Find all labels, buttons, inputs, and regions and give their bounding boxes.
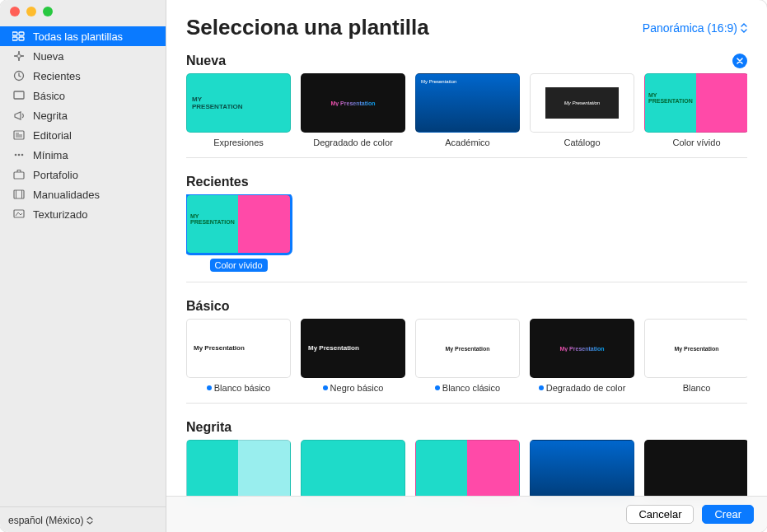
section-title: Básico xyxy=(186,299,229,314)
template-item[interactable]: Expresiones xyxy=(186,73,291,147)
minimize-window-button[interactable] xyxy=(26,7,36,16)
template-label: Degradado de color xyxy=(301,138,405,147)
template-thumbnail xyxy=(415,440,520,499)
template-thumbnail xyxy=(186,319,291,378)
section-básico: BásicoBlanco básicoNegro básicoBlanco cl… xyxy=(186,294,747,404)
dots-icon xyxy=(12,148,26,161)
close-section-button[interactable] xyxy=(732,54,747,68)
svg-rect-1 xyxy=(19,32,24,35)
aspect-ratio-dropdown[interactable]: Panorámica (16:9) xyxy=(643,21,747,35)
section-negrita: Negrita xyxy=(186,415,747,504)
template-label: Negro básico xyxy=(301,383,405,393)
sidebar-item-manualidades[interactable]: Manualidades xyxy=(0,184,166,204)
dynamic-dot-icon xyxy=(323,385,328,390)
sidebar-item-label: Editorial xyxy=(33,129,72,142)
template-thumbnail xyxy=(301,319,405,378)
template-item[interactable] xyxy=(186,440,291,504)
sidebar-item-recientes[interactable]: Recientes xyxy=(0,66,166,86)
template-thumbnail xyxy=(644,440,747,499)
close-window-button[interactable] xyxy=(10,7,20,16)
newspaper-icon xyxy=(12,128,26,142)
sidebar-item-mínima[interactable]: Mínima xyxy=(0,145,166,165)
svg-rect-3 xyxy=(19,37,24,40)
svg-point-12 xyxy=(21,154,24,156)
sidebar-item-básico[interactable]: Básico xyxy=(0,86,166,105)
template-label: Degradado de color xyxy=(530,383,634,393)
section-title: Nueva xyxy=(186,54,226,68)
divider xyxy=(186,282,747,282)
template-item[interactable] xyxy=(530,440,634,504)
template-thumbnail xyxy=(186,194,291,254)
sidebar-item-label: Portafolio xyxy=(33,169,78,181)
svg-point-10 xyxy=(15,154,17,156)
svg-rect-0 xyxy=(12,32,17,35)
template-thumbnail xyxy=(186,73,291,133)
sidebar-item-label: Todas las plantillas xyxy=(33,30,123,43)
section-nueva: NuevaExpresionesDegradado de colorAcadém… xyxy=(186,49,747,158)
svg-rect-5 xyxy=(14,91,24,99)
template-item[interactable]: Negro básico xyxy=(301,319,405,393)
sidebar-item-label: Texturizado xyxy=(33,208,87,221)
sidebar-item-label: Recientes xyxy=(33,70,81,82)
zoom-window-button[interactable] xyxy=(43,7,53,16)
template-label: Blanco clásico xyxy=(415,383,520,393)
sidebar-item-portafolio[interactable]: Portafolio xyxy=(0,165,166,184)
svg-point-11 xyxy=(18,154,21,156)
template-thumbnail xyxy=(301,73,405,133)
grid-icon xyxy=(12,30,26,43)
sidebar-item-editorial[interactable]: Editorial xyxy=(0,125,166,145)
sidebar-item-nueva[interactable]: Nueva xyxy=(0,46,166,66)
sidebar-item-texturizado[interactable]: Texturizado xyxy=(0,204,166,224)
template-item[interactable]: Académico xyxy=(415,73,520,147)
template-item[interactable]: Blanco xyxy=(644,319,747,393)
sidebar: Todas las plantillasNuevaRecientesBásico… xyxy=(0,0,166,532)
updown-icon xyxy=(87,516,93,525)
sidebar-item-todas-las-plantillas[interactable]: Todas las plantillas xyxy=(0,26,166,46)
template-thumbnail xyxy=(301,440,405,499)
template-item[interactable]: Degradado de color xyxy=(301,73,405,147)
sidebar-item-label: Nueva xyxy=(33,50,64,63)
template-item[interactable]: Color vívido xyxy=(644,73,747,147)
template-item[interactable] xyxy=(301,440,405,504)
film-icon xyxy=(12,188,26,201)
template-label: Blanco xyxy=(644,383,747,393)
template-thumbnail xyxy=(186,440,291,499)
template-thumbnail xyxy=(644,319,747,378)
dynamic-dot-icon xyxy=(207,385,212,390)
section-title: Recientes xyxy=(186,175,249,189)
template-label: Blanco básico xyxy=(186,383,291,393)
sidebar-item-label: Manualidades xyxy=(33,189,100,201)
template-thumbnail xyxy=(530,73,634,133)
sidebar-item-label: Mínima xyxy=(33,149,68,161)
window-traffic-lights xyxy=(0,0,53,23)
template-thumbnail xyxy=(530,440,634,499)
template-item[interactable]: Degradado de color xyxy=(530,319,634,393)
template-item[interactable]: Blanco básico xyxy=(186,319,291,393)
language-dropdown[interactable]: español (México) xyxy=(8,515,93,526)
footer-toolbar: Cancelar Crear xyxy=(166,496,767,532)
template-thumbnail xyxy=(530,319,634,378)
sparkle-icon xyxy=(12,49,26,63)
template-item[interactable]: Catálogo xyxy=(530,73,634,147)
template-label: Color vívido xyxy=(209,259,267,272)
template-label: Expresiones xyxy=(186,138,291,147)
section-title: Negrita xyxy=(186,420,232,435)
sidebar-item-negrita[interactable]: Negrita xyxy=(0,105,166,125)
cancel-button[interactable]: Cancelar xyxy=(626,505,694,524)
create-button[interactable]: Crear xyxy=(702,505,754,524)
texture-icon xyxy=(12,208,26,221)
square-icon xyxy=(12,89,26,102)
megaphone-icon xyxy=(12,109,26,122)
template-item[interactable]: Blanco clásico xyxy=(415,319,520,393)
template-item[interactable] xyxy=(415,440,520,504)
clock-icon xyxy=(12,69,26,82)
briefcase-icon xyxy=(12,168,26,181)
language-label: español (México) xyxy=(8,515,83,526)
template-thumbnail xyxy=(415,73,520,133)
sidebar-item-label: Básico xyxy=(33,90,65,102)
dynamic-dot-icon xyxy=(435,385,440,390)
template-item[interactable] xyxy=(644,440,747,504)
divider xyxy=(186,157,747,158)
svg-rect-14 xyxy=(14,190,24,198)
template-item[interactable]: Color vívido xyxy=(186,194,291,272)
